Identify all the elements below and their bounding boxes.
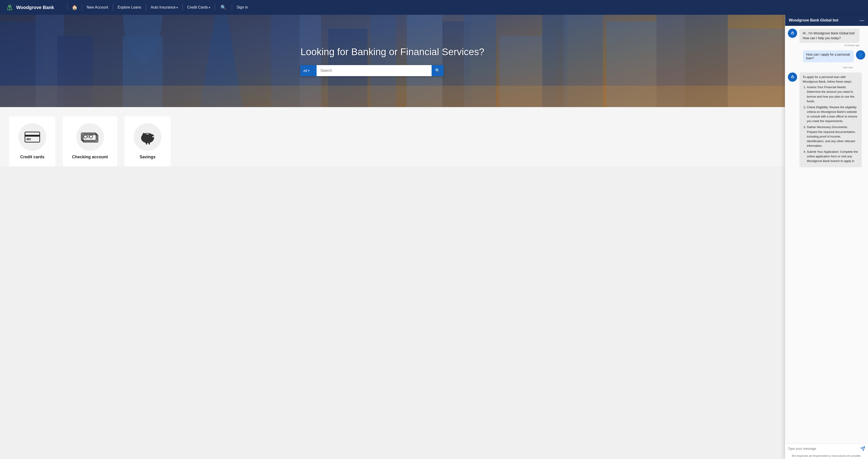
bot-response-intro: To apply for a personal loan with Woodgr… xyxy=(803,75,852,83)
nav-divider-5 xyxy=(215,4,215,11)
bot-timestamp-1: A minute ago xyxy=(799,44,860,46)
svg-rect-24 xyxy=(0,86,785,107)
chat-user-message: How can I apply for a personal loan? 👤 xyxy=(788,50,865,62)
chat-minimize-button[interactable]: — xyxy=(860,18,864,23)
credit-card-icon-circle xyxy=(19,123,46,151)
user-avatar: 👤 xyxy=(856,50,865,60)
bot-avatar-1 xyxy=(788,29,797,38)
svg-rect-38 xyxy=(146,142,147,144)
chat-bot-message-2: To apply for a personal loan with Woodgr… xyxy=(788,72,865,166)
bot-step-3: Gather Necessary Documents: Prepare the … xyxy=(807,125,859,148)
svg-point-42 xyxy=(143,133,145,137)
bot-step-2: Check Eligibility: Review the eligibilit… xyxy=(807,105,859,124)
svg-point-45 xyxy=(792,33,792,33)
svg-point-49 xyxy=(792,31,793,32)
search-bar: All 🔍 xyxy=(301,65,443,76)
search-nav-button[interactable]: 🔍 xyxy=(219,4,228,11)
chat-title: Woodgrove Bank Global bot xyxy=(789,18,838,22)
chat-bot-message-1: Hi , I'm Woodgrove Bank Global bot! How … xyxy=(788,29,865,46)
svg-point-56 xyxy=(792,75,793,76)
bot-response-2: To apply for a personal loan with Woodgr… xyxy=(799,72,862,166)
search-dropdown[interactable]: All xyxy=(301,65,317,76)
nav-link-sign-in[interactable]: Sign in xyxy=(236,4,248,10)
cash-icon xyxy=(81,131,99,143)
service-label-checking: Checking account xyxy=(72,155,108,160)
service-label-savings: Savings xyxy=(140,155,156,160)
nav-link-explore-loans[interactable]: Explore Loans xyxy=(117,4,142,10)
nav-link-credit-cards[interactable]: Credit Cards xyxy=(187,4,211,10)
checking-icon-circle xyxy=(76,123,104,151)
home-icon[interactable]: 🏠 xyxy=(72,5,78,10)
nav-divider-3 xyxy=(146,4,146,11)
brand[interactable]: Woodgrove Bank xyxy=(5,3,54,11)
nav-link-auto-insurance[interactable]: Auto Insurance xyxy=(150,4,178,10)
user-bubble: How can I apply for a personal loan? xyxy=(803,50,854,62)
nav-link-new-account[interactable]: New Account xyxy=(86,4,108,10)
search-button[interactable]: 🔍 xyxy=(432,65,443,76)
bot-bubble-1: Hi , I'm Woodgrove Bank Global bot! How … xyxy=(799,29,860,43)
bot-response-steps: Assess Your Financial Needs: Determine t… xyxy=(803,85,859,163)
nav-divider-home xyxy=(67,4,68,11)
bot-step-4: Submit Your Application: Complete the on… xyxy=(807,150,859,163)
service-card-checking[interactable]: Checking account xyxy=(63,116,117,166)
credit-card-icon xyxy=(24,131,41,143)
search-icon: 🔍 xyxy=(435,68,440,73)
bot-step-1: Assess Your Financial Needs: Determine t… xyxy=(807,85,859,104)
brand-name: Woodgrove Bank xyxy=(16,5,54,10)
services-section: Credit cards Checking account xyxy=(0,107,785,166)
svg-rect-39 xyxy=(149,142,150,144)
svg-rect-41 xyxy=(146,134,149,134)
svg-point-53 xyxy=(793,77,794,77)
chat-header: Woodgrove Bank Global bot — xyxy=(785,15,868,26)
svg-rect-29 xyxy=(28,139,29,139)
svg-rect-2 xyxy=(9,4,10,11)
savings-icon-circle xyxy=(134,123,161,151)
svg-rect-47 xyxy=(792,32,793,33)
svg-point-33 xyxy=(84,135,87,138)
bot-avatar-2 xyxy=(788,72,797,82)
hero-title: Looking for Banking or Financial Service… xyxy=(301,46,484,58)
service-card-savings[interactable]: Savings xyxy=(124,116,170,166)
user-icon: 👤 xyxy=(858,52,864,58)
svg-point-35 xyxy=(87,136,89,137)
service-label-credit-cards: Credit cards xyxy=(20,155,44,160)
nav-divider-6 xyxy=(232,4,232,11)
user-timestamp: Just now xyxy=(788,66,865,69)
brand-logo xyxy=(5,3,14,11)
chat-messages: Hi , I'm Woodgrove Bank Global bot! How … xyxy=(785,26,868,166)
hero-content: Looking for Banking or Financial Service… xyxy=(301,46,484,76)
svg-point-40 xyxy=(152,136,154,137)
svg-point-52 xyxy=(792,77,792,77)
svg-rect-28 xyxy=(27,139,28,139)
hero-section: Looking for Banking or Financial Service… xyxy=(0,15,785,107)
piggy-bank-icon xyxy=(139,130,156,144)
search-input[interactable] xyxy=(317,65,432,76)
svg-rect-25 xyxy=(25,132,40,142)
chat-panel: Woodgrove Bank Global bot — Hi , I'm Woo… xyxy=(785,15,868,166)
bot-icon-2 xyxy=(790,74,795,80)
svg-rect-54 xyxy=(792,76,793,76)
bot-icon xyxy=(790,30,795,36)
svg-point-34 xyxy=(89,135,93,138)
nav-divider-4 xyxy=(182,4,183,11)
svg-point-46 xyxy=(793,33,794,33)
service-card-credit-cards[interactable]: Credit cards xyxy=(9,116,55,166)
main-content: Looking for Banking or Financial Service… xyxy=(0,15,785,166)
nav-divider-2 xyxy=(113,4,113,11)
navbar: Woodgrove Bank 🏠 New Account Explore Loa… xyxy=(0,0,868,15)
svg-rect-26 xyxy=(25,135,40,137)
